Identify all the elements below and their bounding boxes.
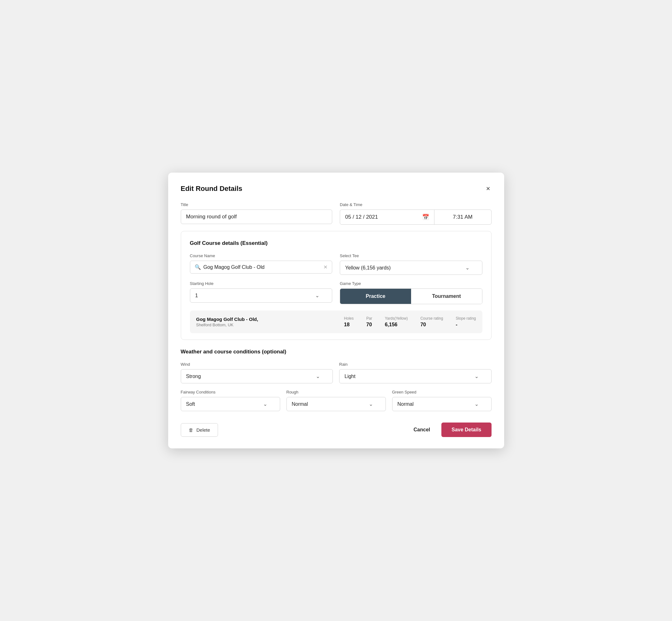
time-value: 7:31 AM (453, 214, 472, 220)
course-info-name-block: Gog Magog Golf Club - Old, Shelford Bott… (196, 317, 344, 327)
rough-dropdown[interactable]: Normal ⌄ (287, 397, 386, 411)
stat-holes: Holes 18 (344, 316, 354, 328)
wind-display: Strong ⌄ (181, 370, 333, 383)
green-speed-value: Normal (397, 401, 414, 407)
rough-value: Normal (292, 401, 308, 407)
footer-right: Cancel Save Details (411, 422, 492, 437)
starting-hole-group: Starting Hole 1 ⌄ (190, 281, 333, 304)
course-rating-label: Course rating (420, 316, 443, 321)
select-tee-group: Select Tee Yellow (6,156 yards) ⌄ (340, 253, 482, 275)
close-button[interactable]: × (485, 184, 492, 194)
rain-value: Light (344, 374, 355, 379)
fairway-rough-green-row: Fairway Conditions Soft ⌄ Rough Normal ⌄ (181, 390, 492, 411)
course-info-location: Shelford Bottom, UK (196, 323, 344, 327)
weather-section: Weather and course conditions (optional)… (181, 349, 492, 411)
edit-round-modal: Edit Round Details × Title Date & Time 0… (168, 173, 504, 448)
fairway-value: Soft (186, 401, 195, 407)
game-type-group: Game Type Practice Tournament (340, 281, 482, 304)
chevron-down-icon: ⌄ (315, 292, 319, 298)
select-tee-dropdown[interactable]: Yellow (6,156 yards) ⌄ (340, 261, 482, 275)
practice-toggle-btn[interactable]: Practice (340, 289, 411, 304)
course-name-label: Course Name (190, 253, 333, 258)
starting-hole-dropdown[interactable]: 1 ⌄ (190, 288, 333, 303)
wind-group: Wind Strong ⌄ (181, 362, 333, 383)
fairway-group: Fairway Conditions Soft ⌄ (181, 390, 280, 411)
starting-hole-value: 1 (195, 293, 198, 298)
course-rating-value: 70 (420, 322, 426, 328)
footer-row: 🗑 Delete Cancel Save Details (181, 419, 492, 437)
course-info-card: Gog Magog Golf Club - Old, Shelford Bott… (190, 310, 482, 333)
course-name-value: Gog Magog Golf Club - Old (204, 264, 321, 270)
starting-hole-label: Starting Hole (190, 281, 333, 286)
slope-rating-value: - (456, 322, 457, 328)
time-field[interactable]: 7:31 AM (434, 210, 491, 224)
chevron-down-icon: ⌄ (369, 401, 373, 407)
yards-label: Yards(Yellow) (385, 316, 408, 321)
wind-value: Strong (186, 374, 201, 379)
datetime-label: Date & Time (340, 202, 492, 207)
game-type-label: Game Type (340, 281, 482, 286)
calendar-icon: 📅 (422, 214, 429, 220)
chevron-down-icon: ⌄ (474, 401, 478, 407)
stat-par: Par 70 (366, 316, 372, 328)
course-stats: Holes 18 Par 70 Yards(Yellow) 6,156 Cour… (344, 316, 476, 328)
title-datetime-row: Title Date & Time 05 / 12 / 2021 📅 7:31 … (181, 202, 492, 225)
chevron-down-icon: ⌄ (474, 373, 478, 379)
game-type-toggle: Practice Tournament (340, 288, 482, 304)
wind-dropdown[interactable]: Strong ⌄ (181, 369, 333, 383)
rain-dropdown[interactable]: Light ⌄ (339, 369, 492, 383)
stat-yards: Yards(Yellow) 6,156 (385, 316, 408, 328)
select-tee-value: Yellow (6,156 yards) (345, 265, 390, 271)
course-name-input-wrap[interactable]: 🔍 Gog Magog Golf Club - Old ✕ (190, 261, 333, 274)
title-input[interactable] (181, 210, 333, 224)
wind-rain-row: Wind Strong ⌄ Rain Light ⌄ (181, 362, 492, 383)
stat-slope-rating: Slope rating - (456, 316, 476, 328)
par-value: 70 (366, 322, 372, 328)
yards-value: 6,156 (385, 322, 397, 328)
green-speed-display: Normal ⌄ (392, 397, 491, 411)
golf-course-section: Golf Course details (Essential) Course N… (181, 231, 492, 340)
fairway-label: Fairway Conditions (181, 390, 280, 395)
par-label: Par (366, 316, 372, 321)
select-tee-display: Yellow (6,156 yards) ⌄ (340, 261, 482, 275)
fairway-display: Soft ⌄ (181, 397, 280, 411)
rough-display: Normal ⌄ (287, 397, 385, 411)
chevron-down-icon: ⌄ (316, 373, 320, 379)
wind-label: Wind (181, 362, 333, 367)
trash-icon: 🗑 (189, 427, 194, 432)
green-speed-label: Green Speed (392, 390, 492, 395)
chevron-down-icon: ⌄ (465, 265, 469, 271)
green-speed-dropdown[interactable]: Normal ⌄ (392, 397, 492, 411)
delete-button[interactable]: 🗑 Delete (181, 423, 218, 437)
course-name-group: Course Name 🔍 Gog Magog Golf Club - Old … (190, 253, 333, 275)
fairway-dropdown[interactable]: Soft ⌄ (181, 397, 280, 411)
rough-label: Rough (287, 390, 386, 395)
holes-value: 18 (344, 322, 349, 328)
starting-hole-display: 1 ⌄ (190, 289, 332, 302)
datetime-group: Date & Time 05 / 12 / 2021 📅 7:31 AM (340, 202, 492, 225)
delete-label: Delete (197, 427, 210, 432)
tournament-toggle-btn[interactable]: Tournament (411, 289, 482, 304)
course-info-name: Gog Magog Golf Club - Old, (196, 317, 344, 322)
title-group: Title (181, 202, 333, 225)
date-time-row: 05 / 12 / 2021 📅 7:31 AM (340, 210, 492, 225)
course-tee-row: Course Name 🔍 Gog Magog Golf Club - Old … (190, 253, 482, 275)
title-label: Title (181, 202, 333, 207)
cancel-button[interactable]: Cancel (411, 423, 432, 437)
clear-icon[interactable]: ✕ (323, 264, 328, 270)
weather-section-title: Weather and course conditions (optional) (181, 349, 492, 355)
rain-group: Rain Light ⌄ (339, 362, 492, 383)
golf-course-section-title: Golf Course details (Essential) (190, 240, 482, 246)
select-tee-label: Select Tee (340, 253, 482, 258)
slope-rating-label: Slope rating (456, 316, 476, 321)
green-speed-group: Green Speed Normal ⌄ (392, 390, 492, 411)
modal-title: Edit Round Details (181, 184, 243, 193)
rain-display: Light ⌄ (339, 370, 491, 383)
search-icon: 🔍 (195, 264, 201, 270)
stat-course-rating: Course rating 70 (420, 316, 443, 328)
date-field[interactable]: 05 / 12 / 2021 📅 (340, 210, 434, 224)
rain-label: Rain (339, 362, 492, 367)
save-button[interactable]: Save Details (442, 422, 491, 437)
chevron-down-icon: ⌄ (263, 401, 267, 407)
starting-hole-game-type-row: Starting Hole 1 ⌄ Game Type Practice Tou… (190, 281, 482, 304)
